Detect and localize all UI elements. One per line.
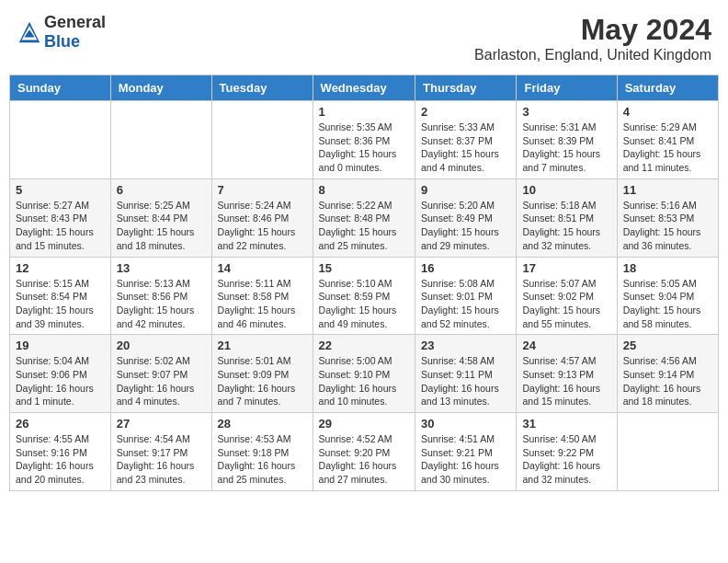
page-header: General Blue May 2024 Barlaston, England… — [9, 9, 719, 67]
day-number: 4 — [623, 105, 712, 119]
day-number: 8 — [319, 183, 409, 197]
day-number: 22 — [319, 339, 409, 352]
day-number: 26 — [16, 417, 105, 431]
logo: General Blue — [17, 13, 106, 52]
day-number: 7 — [218, 183, 307, 197]
calendar-cell: 9Sunrise: 5:20 AMSunset: 8:49 PMDaylight… — [415, 178, 517, 257]
title-section: May 2024 Barlaston, England, United King… — [474, 13, 711, 63]
day-detail: Sunrise: 5:33 AMSunset: 8:37 PMDaylight:… — [421, 121, 510, 175]
calendar-cell: 15Sunrise: 5:10 AMSunset: 8:59 PMDayligh… — [313, 257, 415, 335]
calendar-cell: 20Sunrise: 5:02 AMSunset: 9:07 PMDayligh… — [110, 335, 211, 413]
calendar-cell: 24Sunrise: 4:57 AMSunset: 9:13 PMDayligh… — [517, 335, 617, 413]
day-number: 19 — [16, 339, 105, 352]
calendar-cell: 8Sunrise: 5:22 AMSunset: 8:48 PMDaylight… — [313, 178, 415, 257]
day-detail: Sunrise: 4:53 AMSunset: 9:18 PMDaylight:… — [218, 432, 307, 487]
day-detail: Sunrise: 4:54 AMSunset: 9:17 PMDaylight:… — [117, 432, 206, 487]
day-detail: Sunrise: 5:07 AMSunset: 9:02 PMDaylight:… — [522, 277, 610, 331]
calendar-cell: 17Sunrise: 5:07 AMSunset: 9:02 PMDayligh… — [517, 257, 617, 335]
day-detail: Sunrise: 5:02 AMSunset: 9:07 PMDaylight:… — [117, 354, 206, 408]
day-detail: Sunrise: 5:27 AMSunset: 8:43 PMDaylight:… — [16, 199, 105, 253]
day-number: 28 — [218, 417, 307, 431]
column-header-wednesday: Wednesday — [313, 75, 415, 101]
day-detail: Sunrise: 5:22 AMSunset: 8:48 PMDaylight:… — [319, 199, 409, 253]
calendar-cell: 23Sunrise: 4:58 AMSunset: 9:11 PMDayligh… — [415, 335, 517, 413]
day-detail: Sunrise: 4:57 AMSunset: 9:13 PMDaylight:… — [522, 354, 610, 408]
day-number: 20 — [117, 339, 206, 352]
calendar-header-row: SundayMondayTuesdayWednesdayThursdayFrid… — [10, 75, 719, 101]
calendar-cell: 19Sunrise: 5:04 AMSunset: 9:06 PMDayligh… — [10, 335, 111, 413]
calendar-cell: 25Sunrise: 4:56 AMSunset: 9:14 PMDayligh… — [617, 335, 718, 413]
calendar-cell — [110, 101, 211, 179]
day-number: 24 — [522, 339, 610, 352]
day-detail: Sunrise: 5:10 AMSunset: 8:59 PMDaylight:… — [319, 277, 409, 331]
calendar-cell: 26Sunrise: 4:55 AMSunset: 9:16 PMDayligh… — [10, 413, 111, 491]
calendar-week-row: 19Sunrise: 5:04 AMSunset: 9:06 PMDayligh… — [10, 335, 719, 413]
day-detail: Sunrise: 5:13 AMSunset: 8:56 PMDaylight:… — [117, 277, 206, 331]
logo-icon — [17, 19, 42, 45]
calendar-cell: 11Sunrise: 5:16 AMSunset: 8:53 PMDayligh… — [617, 178, 718, 257]
calendar-cell: 3Sunrise: 5:31 AMSunset: 8:39 PMDaylight… — [517, 101, 617, 179]
day-detail: Sunrise: 5:16 AMSunset: 8:53 PMDaylight:… — [623, 199, 712, 253]
day-number: 18 — [623, 261, 712, 275]
calendar-cell: 1Sunrise: 5:35 AMSunset: 8:36 PMDaylight… — [313, 101, 415, 179]
calendar-cell: 6Sunrise: 5:25 AMSunset: 8:44 PMDaylight… — [110, 178, 211, 257]
calendar-cell: 29Sunrise: 4:52 AMSunset: 9:20 PMDayligh… — [313, 413, 415, 491]
day-number: 3 — [522, 105, 610, 119]
day-detail: Sunrise: 4:56 AMSunset: 9:14 PMDaylight:… — [623, 354, 712, 408]
day-number: 23 — [421, 339, 510, 352]
calendar-cell: 14Sunrise: 5:11 AMSunset: 8:58 PMDayligh… — [211, 257, 313, 335]
day-detail: Sunrise: 5:31 AMSunset: 8:39 PMDaylight:… — [522, 121, 610, 175]
day-number: 30 — [421, 417, 510, 431]
day-detail: Sunrise: 5:15 AMSunset: 8:54 PMDaylight:… — [16, 277, 105, 331]
day-number: 31 — [522, 417, 610, 431]
column-header-monday: Monday — [110, 75, 211, 101]
day-detail: Sunrise: 5:25 AMSunset: 8:44 PMDaylight:… — [117, 199, 206, 253]
day-number: 15 — [319, 261, 409, 275]
day-detail: Sunrise: 5:00 AMSunset: 9:10 PMDaylight:… — [319, 354, 409, 408]
calendar-cell: 7Sunrise: 5:24 AMSunset: 8:46 PMDaylight… — [211, 178, 313, 257]
calendar-cell: 21Sunrise: 5:01 AMSunset: 9:09 PMDayligh… — [211, 335, 313, 413]
day-detail: Sunrise: 5:05 AMSunset: 9:04 PMDaylight:… — [623, 277, 712, 331]
day-number: 16 — [421, 261, 510, 275]
day-detail: Sunrise: 5:24 AMSunset: 8:46 PMDaylight:… — [218, 199, 307, 253]
day-number: 25 — [623, 339, 712, 352]
day-number: 12 — [16, 261, 105, 275]
day-detail: Sunrise: 5:35 AMSunset: 8:36 PMDaylight:… — [319, 121, 409, 175]
calendar-cell — [211, 101, 313, 179]
day-detail: Sunrise: 5:18 AMSunset: 8:51 PMDaylight:… — [522, 199, 610, 253]
day-detail: Sunrise: 4:50 AMSunset: 9:22 PMDaylight:… — [522, 432, 610, 487]
calendar-cell: 10Sunrise: 5:18 AMSunset: 8:51 PMDayligh… — [517, 178, 617, 257]
day-number: 5 — [16, 183, 105, 197]
day-detail: Sunrise: 4:55 AMSunset: 9:16 PMDaylight:… — [16, 432, 105, 487]
column-header-sunday: Sunday — [10, 75, 111, 101]
day-number: 1 — [319, 105, 409, 119]
day-number: 13 — [117, 261, 206, 275]
calendar-cell: 31Sunrise: 4:50 AMSunset: 9:22 PMDayligh… — [517, 413, 617, 491]
day-number: 21 — [218, 339, 307, 352]
day-detail: Sunrise: 5:11 AMSunset: 8:58 PMDaylight:… — [218, 277, 307, 331]
logo-text-blue: Blue — [44, 32, 80, 51]
day-number: 6 — [117, 183, 206, 197]
calendar-cell: 18Sunrise: 5:05 AMSunset: 9:04 PMDayligh… — [617, 257, 718, 335]
calendar-cell: 13Sunrise: 5:13 AMSunset: 8:56 PMDayligh… — [110, 257, 211, 335]
column-header-saturday: Saturday — [617, 75, 718, 101]
day-detail: Sunrise: 5:20 AMSunset: 8:49 PMDaylight:… — [421, 199, 510, 253]
column-header-thursday: Thursday — [415, 75, 517, 101]
calendar-week-row: 12Sunrise: 5:15 AMSunset: 8:54 PMDayligh… — [10, 257, 719, 335]
day-detail: Sunrise: 4:52 AMSunset: 9:20 PMDaylight:… — [319, 432, 409, 487]
calendar-cell: 22Sunrise: 5:00 AMSunset: 9:10 PMDayligh… — [313, 335, 415, 413]
day-detail: Sunrise: 5:29 AMSunset: 8:41 PMDaylight:… — [623, 121, 712, 175]
calendar-cell: 12Sunrise: 5:15 AMSunset: 8:54 PMDayligh… — [10, 257, 111, 335]
calendar-cell: 28Sunrise: 4:53 AMSunset: 9:18 PMDayligh… — [211, 413, 313, 491]
month-year-title: May 2024 — [474, 13, 711, 47]
calendar-week-row: 5Sunrise: 5:27 AMSunset: 8:43 PMDaylight… — [10, 178, 719, 257]
calendar-cell: 16Sunrise: 5:08 AMSunset: 9:01 PMDayligh… — [415, 257, 517, 335]
calendar-cell: 27Sunrise: 4:54 AMSunset: 9:17 PMDayligh… — [110, 413, 211, 491]
day-number: 29 — [319, 417, 409, 431]
calendar-week-row: 26Sunrise: 4:55 AMSunset: 9:16 PMDayligh… — [10, 413, 719, 491]
day-number: 11 — [623, 183, 712, 197]
calendar-table: SundayMondayTuesdayWednesdayThursdayFrid… — [9, 75, 719, 491]
logo-text-general: General — [44, 13, 106, 31]
calendar-cell — [10, 101, 111, 179]
calendar-cell: 30Sunrise: 4:51 AMSunset: 9:21 PMDayligh… — [415, 413, 517, 491]
